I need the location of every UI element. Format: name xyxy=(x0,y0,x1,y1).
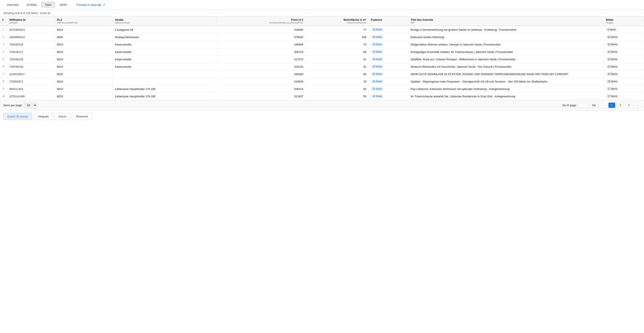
row-id: 742536126 xyxy=(7,41,55,48)
row-strasse xyxy=(113,70,216,78)
bilder-badge: 17 items xyxy=(606,94,619,98)
row-num: 5 xyxy=(0,56,7,63)
row-plz: 8010 xyxy=(55,56,113,63)
row-num: 4 xyxy=(0,48,7,56)
row-num: 10 xyxy=(0,93,7,100)
row-features: 20 fields xyxy=(368,26,408,33)
row-titel: Ruhige 4-Zimmerwohnung mit großem Garten… xyxy=(408,26,604,33)
row-bilder: 13 items xyxy=(604,63,644,70)
page-2-button[interactable]: 2 xyxy=(617,103,624,108)
row-bilder: 15 items xyxy=(604,78,644,85)
integrate-button[interactable]: Integrate xyxy=(34,113,53,120)
row-wohnflaeche: 156 xyxy=(306,33,368,41)
row-id: 960211441 xyxy=(7,85,55,93)
table-wrapper: # Willhaben Id listingId PLZ address.pos… xyxy=(0,16,644,100)
row-titel: Update! - Steyrergasse nahe Finanzamt. -… xyxy=(408,78,604,85)
bilder-badge: 13 items xyxy=(606,65,619,68)
row-preis: 217073 xyxy=(216,56,306,63)
bottom-bar: Export 30 results Integrate Delete Resur… xyxy=(0,110,644,122)
table-row: 7 2126219617 8010 295000 65 20 fields SE… xyxy=(0,70,644,78)
preview-link[interactable]: Preview in new tab ↗ xyxy=(74,2,107,7)
row-wohnflaeche: 70 xyxy=(306,78,368,85)
data-table: # Willhaben Id listingId PLZ address.pos… xyxy=(0,16,644,100)
bilder-badge: 10 items xyxy=(606,72,619,76)
row-num: 7 xyxy=(0,70,7,78)
features-badge: 20 fields xyxy=(371,94,384,98)
table-row: 4 742536127 8010 Kasernstraße 305723 58 … xyxy=(0,48,644,56)
row-preis: 219000 xyxy=(216,78,306,85)
tab-overview[interactable]: Overview xyxy=(4,2,22,8)
row-features: 20 fields xyxy=(368,33,408,41)
row-bilder: 13 items xyxy=(604,41,644,48)
row-wohnflaeche: 70 xyxy=(306,41,368,48)
tab-json[interactable]: JSON xyxy=(56,2,70,8)
bilder-badge: 17 items xyxy=(606,87,619,91)
page-1-button[interactable]: 1 xyxy=(608,103,615,108)
row-strasse: Radegunderstrasse xyxy=(113,33,216,41)
table-row: 1 2076405523 8010 Casalgasse 49 418000 7… xyxy=(0,26,644,33)
row-id: 742536128 xyxy=(7,56,55,63)
row-titel: Exklusive Garten-Wohnung xyxy=(408,33,604,41)
items-per-page-select[interactable]: 10 25 50 100 xyxy=(24,102,37,108)
tab-all-fields[interactable]: All fields xyxy=(23,2,40,8)
bilder-badge: 6 items xyxy=(606,28,618,31)
table-row: 2 1930855514 8045 Radegunderstrasse 6790… xyxy=(0,33,644,41)
row-features: 20 fields xyxy=(368,56,408,63)
row-features: 20 fields xyxy=(368,93,408,100)
row-preis: 679000 xyxy=(216,33,306,41)
col-wohnflaeche: Wohnfläche in m² features.livingArea xyxy=(306,16,368,26)
go-button[interactable]: Go xyxy=(590,103,598,108)
row-bilder: 13 items xyxy=(604,48,644,56)
row-num: 8 xyxy=(0,78,7,85)
row-preis: 418000 xyxy=(216,26,306,33)
row-preis: 313437 xyxy=(216,93,306,100)
pagination-bar: Items per page: 10 25 50 100 Go to page:… xyxy=(0,100,644,110)
row-wohnflaeche: 41 xyxy=(306,63,368,70)
top-bar: Overview All fields Table JSON Preview i… xyxy=(0,0,644,10)
row-features: 20 fields xyxy=(368,78,408,85)
row-strasse: Kasernstraße xyxy=(113,63,216,70)
row-num: 1 xyxy=(0,26,7,33)
row-strasse xyxy=(113,78,216,85)
external-link-icon: ↗ xyxy=(102,3,105,7)
row-num: 9 xyxy=(0,85,7,93)
row-id: 742536127 xyxy=(7,48,55,56)
bilder-badge: 15 items xyxy=(606,79,619,83)
row-preis: 295000 xyxy=(216,70,306,78)
row-plz: 8010 xyxy=(55,70,113,78)
preview-label: Preview in new tab xyxy=(76,3,101,6)
features-badge: 20 fields xyxy=(371,65,384,68)
row-id: 1930855514 xyxy=(7,33,55,41)
row-preis: 348466 xyxy=(216,41,306,48)
col-num: # xyxy=(0,16,7,26)
row-id: 2126219617 xyxy=(7,70,55,78)
row-plz: 8010 xyxy=(55,41,113,48)
row-features: 20 fields xyxy=(368,70,408,78)
next-page-button[interactable]: › xyxy=(634,103,640,108)
row-wohnflaeche: 55 xyxy=(306,93,368,100)
table-row: 6 742536130 8010 Kasernstraße 222210 41 … xyxy=(0,63,644,70)
features-badge: 20 fields xyxy=(371,72,384,76)
table-header-row: # Willhaben Id listingId PLZ address.pos… xyxy=(0,16,644,26)
col-bilder: Bilder images xyxy=(604,16,644,26)
delete-button[interactable]: Delete xyxy=(54,113,70,120)
resurrect-button[interactable]: Resurrect xyxy=(72,113,92,120)
row-plz: 8010 xyxy=(55,85,113,93)
row-features: 20 fields xyxy=(368,41,408,48)
go-to-page-input[interactable] xyxy=(578,103,589,108)
table-row: 10 1578141480 8010 Liebenauer Hauptstraß… xyxy=(0,93,644,100)
page-3-button[interactable]: 3 xyxy=(625,103,632,108)
export-button[interactable]: Export 30 results xyxy=(4,113,32,120)
prev-page-button[interactable]: ‹ xyxy=(600,103,607,108)
row-id: 2076405523 xyxy=(7,26,55,33)
show-all-link[interactable]: Show all xyxy=(40,11,50,14)
row-plz: 8010 xyxy=(55,26,113,33)
items-per-page: Items per page: 10 25 50 100 xyxy=(4,102,37,108)
col-strasse: Straße address.street xyxy=(113,16,216,26)
row-wohnflaeche: 41 xyxy=(306,56,368,63)
row-wohnflaeche: 65 xyxy=(306,70,368,78)
table-row: 9 960211441 8010 Liebenauer Hauptstraße … xyxy=(0,85,644,93)
row-bilder: 10 items xyxy=(604,70,644,78)
bilder-badge: 13 items xyxy=(606,50,619,54)
tab-table[interactable]: Table xyxy=(41,2,55,8)
